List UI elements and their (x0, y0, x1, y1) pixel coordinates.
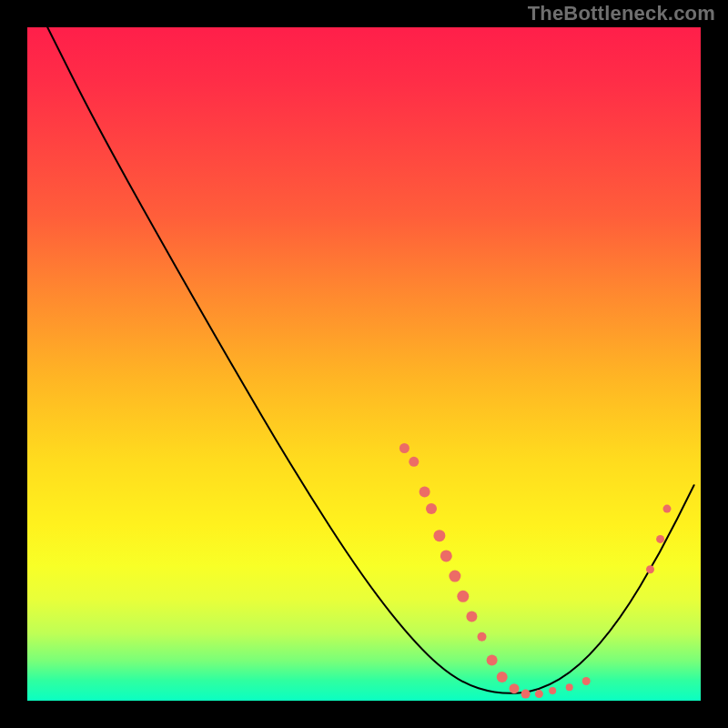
data-marker (420, 487, 430, 498)
data-marker (449, 571, 460, 582)
data-marker (566, 683, 573, 691)
data-marker (535, 690, 543, 698)
data-marker (409, 457, 419, 467)
data-marker (478, 632, 487, 642)
data-marker (487, 655, 498, 666)
data-marker (663, 505, 672, 513)
data-marker (466, 612, 477, 622)
data-marker (457, 591, 469, 602)
chart-svg (27, 27, 701, 701)
data-marker (497, 672, 508, 682)
data-markers (399, 443, 672, 699)
data-marker (510, 683, 520, 693)
data-marker (656, 535, 664, 543)
data-marker (521, 690, 531, 699)
data-marker (433, 530, 445, 541)
data-marker (399, 443, 410, 453)
bottleneck-curve (47, 27, 693, 693)
chart-frame: TheBottleneck.com (0, 0, 728, 728)
attribution-label: TheBottleneck.com (528, 2, 715, 25)
data-marker (426, 503, 437, 514)
plot-area (27, 27, 701, 701)
data-marker (440, 550, 452, 561)
data-marker (549, 687, 556, 694)
data-marker (646, 565, 654, 573)
data-marker (582, 677, 591, 685)
